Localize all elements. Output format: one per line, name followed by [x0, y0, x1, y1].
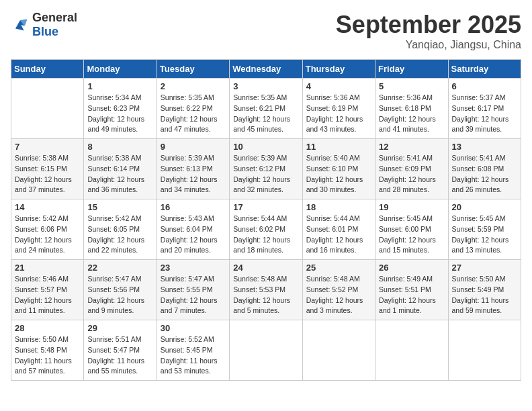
calendar-cell: 2Sunrise: 5:35 AM Sunset: 6:22 PM Daylig… [157, 79, 229, 139]
calendar-cell: 27Sunrise: 5:50 AM Sunset: 5:49 PM Dayli… [448, 260, 521, 320]
day-number: 5 [379, 81, 444, 91]
day-info: Sunrise: 5:45 AM Sunset: 5:59 PM Dayligh… [452, 214, 517, 256]
day-number: 2 [161, 81, 226, 91]
calendar-cell: 26Sunrise: 5:49 AM Sunset: 5:51 PM Dayli… [375, 260, 448, 320]
calendar-cell: 28Sunrise: 5:50 AM Sunset: 5:48 PM Dayli… [11, 320, 84, 381]
title-block: September 2025 Yanqiao, Jiangsu, China [336, 11, 521, 51]
day-number: 21 [15, 263, 80, 273]
calendar-cell: 3Sunrise: 5:35 AM Sunset: 6:21 PM Daylig… [230, 79, 302, 139]
day-info: Sunrise: 5:38 AM Sunset: 6:14 PM Dayligh… [87, 153, 152, 195]
day-number: 10 [233, 142, 298, 152]
calendar-table: SundayMondayTuesdayWednesdayThursdayFrid… [11, 59, 521, 381]
calendar-cell: 16Sunrise: 5:43 AM Sunset: 6:04 PM Dayli… [157, 199, 229, 260]
calendar-week-4: 21Sunrise: 5:46 AM Sunset: 5:57 PM Dayli… [11, 260, 521, 320]
day-info: Sunrise: 5:41 AM Sunset: 6:08 PM Dayligh… [452, 153, 517, 195]
calendar-cell: 13Sunrise: 5:41 AM Sunset: 6:08 PM Dayli… [448, 139, 521, 199]
calendar-cell: 18Sunrise: 5:44 AM Sunset: 6:01 PM Dayli… [302, 199, 375, 260]
day-info: Sunrise: 5:48 AM Sunset: 5:53 PM Dayligh… [233, 274, 298, 316]
day-info: Sunrise: 5:44 AM Sunset: 6:02 PM Dayligh… [233, 214, 298, 256]
calendar-body: 1Sunrise: 5:34 AM Sunset: 6:23 PM Daylig… [11, 79, 521, 381]
day-info: Sunrise: 5:41 AM Sunset: 6:09 PM Dayligh… [379, 153, 444, 195]
calendar-cell: 11Sunrise: 5:40 AM Sunset: 6:10 PM Dayli… [302, 139, 375, 199]
day-info: Sunrise: 5:42 AM Sunset: 6:06 PM Dayligh… [15, 214, 80, 256]
day-info: Sunrise: 5:35 AM Sunset: 6:22 PM Dayligh… [161, 93, 226, 135]
day-info: Sunrise: 5:42 AM Sunset: 6:05 PM Dayligh… [87, 214, 152, 256]
day-number: 7 [15, 142, 80, 152]
col-header-wednesday: Wednesday [230, 60, 302, 79]
day-info: Sunrise: 5:47 AM Sunset: 5:55 PM Dayligh… [161, 274, 226, 316]
calendar-week-2: 7Sunrise: 5:38 AM Sunset: 6:15 PM Daylig… [11, 139, 521, 199]
day-number: 27 [452, 263, 517, 273]
day-number: 8 [87, 142, 152, 152]
page-header: General Blue September 2025 Yanqiao, Jia… [11, 11, 521, 51]
day-info: Sunrise: 5:43 AM Sunset: 6:04 PM Dayligh… [161, 214, 226, 256]
calendar-cell [302, 320, 375, 381]
day-info: Sunrise: 5:36 AM Sunset: 6:18 PM Dayligh… [379, 93, 444, 135]
day-info: Sunrise: 5:44 AM Sunset: 6:01 PM Dayligh… [306, 214, 371, 256]
location: Yanqiao, Jiangsu, China [336, 39, 521, 51]
day-number: 30 [161, 323, 226, 333]
day-number: 6 [452, 81, 517, 91]
day-info: Sunrise: 5:37 AM Sunset: 6:17 PM Dayligh… [452, 93, 517, 135]
logo: General Blue [11, 11, 77, 38]
day-number: 13 [452, 142, 517, 152]
day-number: 24 [233, 263, 298, 273]
day-number: 11 [306, 142, 371, 152]
day-number: 9 [161, 142, 226, 152]
day-info: Sunrise: 5:51 AM Sunset: 5:47 PM Dayligh… [87, 334, 152, 377]
day-info: Sunrise: 5:49 AM Sunset: 5:51 PM Dayligh… [379, 274, 444, 316]
calendar-cell: 15Sunrise: 5:42 AM Sunset: 6:05 PM Dayli… [84, 199, 157, 260]
calendar-cell: 10Sunrise: 5:39 AM Sunset: 6:12 PM Dayli… [230, 139, 302, 199]
day-number: 17 [233, 202, 298, 212]
calendar-cell: 5Sunrise: 5:36 AM Sunset: 6:18 PM Daylig… [375, 79, 448, 139]
calendar-cell: 4Sunrise: 5:36 AM Sunset: 6:19 PM Daylig… [302, 79, 375, 139]
calendar-cell: 20Sunrise: 5:45 AM Sunset: 5:59 PM Dayli… [448, 199, 521, 260]
calendar-cell: 23Sunrise: 5:47 AM Sunset: 5:55 PM Dayli… [157, 260, 229, 320]
day-info: Sunrise: 5:40 AM Sunset: 6:10 PM Dayligh… [306, 153, 371, 195]
day-number: 25 [306, 263, 371, 273]
calendar-week-1: 1Sunrise: 5:34 AM Sunset: 6:23 PM Daylig… [11, 79, 521, 139]
day-number: 28 [15, 323, 80, 333]
day-info: Sunrise: 5:50 AM Sunset: 5:48 PM Dayligh… [15, 334, 80, 377]
day-info: Sunrise: 5:35 AM Sunset: 6:21 PM Dayligh… [233, 93, 298, 135]
day-number: 19 [379, 202, 444, 212]
calendar-cell: 6Sunrise: 5:37 AM Sunset: 6:17 PM Daylig… [448, 79, 521, 139]
calendar-cell: 7Sunrise: 5:38 AM Sunset: 6:15 PM Daylig… [11, 139, 84, 199]
day-info: Sunrise: 5:38 AM Sunset: 6:15 PM Dayligh… [15, 153, 80, 195]
day-info: Sunrise: 5:39 AM Sunset: 6:13 PM Dayligh… [161, 153, 226, 195]
col-header-friday: Friday [375, 60, 448, 79]
calendar-cell: 22Sunrise: 5:47 AM Sunset: 5:56 PM Dayli… [84, 260, 157, 320]
calendar-cell: 19Sunrise: 5:45 AM Sunset: 6:00 PM Dayli… [375, 199, 448, 260]
calendar-cell: 12Sunrise: 5:41 AM Sunset: 6:09 PM Dayli… [375, 139, 448, 199]
calendar-cell [230, 320, 302, 381]
calendar-cell: 9Sunrise: 5:39 AM Sunset: 6:13 PM Daylig… [157, 139, 229, 199]
col-header-monday: Monday [84, 60, 157, 79]
day-number: 20 [452, 202, 517, 212]
calendar-cell [11, 79, 84, 139]
calendar-cell [375, 320, 448, 381]
calendar-cell: 21Sunrise: 5:46 AM Sunset: 5:57 PM Dayli… [11, 260, 84, 320]
calendar-cell: 24Sunrise: 5:48 AM Sunset: 5:53 PM Dayli… [230, 260, 302, 320]
day-info: Sunrise: 5:39 AM Sunset: 6:12 PM Dayligh… [233, 153, 298, 195]
day-info: Sunrise: 5:47 AM Sunset: 5:56 PM Dayligh… [87, 274, 152, 316]
calendar-cell: 17Sunrise: 5:44 AM Sunset: 6:02 PM Dayli… [230, 199, 302, 260]
calendar-cell: 8Sunrise: 5:38 AM Sunset: 6:14 PM Daylig… [84, 139, 157, 199]
day-number: 12 [379, 142, 444, 152]
day-number: 15 [87, 202, 152, 212]
calendar-cell [448, 320, 521, 381]
day-info: Sunrise: 5:34 AM Sunset: 6:23 PM Dayligh… [87, 93, 152, 135]
calendar-cell: 30Sunrise: 5:52 AM Sunset: 5:45 PM Dayli… [157, 320, 229, 381]
day-number: 3 [233, 81, 298, 91]
calendar-cell: 29Sunrise: 5:51 AM Sunset: 5:47 PM Dayli… [84, 320, 157, 381]
col-header-thursday: Thursday [302, 60, 375, 79]
month-title: September 2025 [336, 11, 521, 39]
day-number: 16 [161, 202, 226, 212]
logo-text: General Blue [32, 11, 77, 38]
col-header-tuesday: Tuesday [157, 60, 229, 79]
calendar-cell: 1Sunrise: 5:34 AM Sunset: 6:23 PM Daylig… [84, 79, 157, 139]
day-number: 4 [306, 81, 371, 91]
day-info: Sunrise: 5:48 AM Sunset: 5:52 PM Dayligh… [306, 274, 371, 316]
day-info: Sunrise: 5:46 AM Sunset: 5:57 PM Dayligh… [15, 274, 80, 316]
day-info: Sunrise: 5:45 AM Sunset: 6:00 PM Dayligh… [379, 214, 444, 256]
day-info: Sunrise: 5:36 AM Sunset: 6:19 PM Dayligh… [306, 93, 371, 135]
